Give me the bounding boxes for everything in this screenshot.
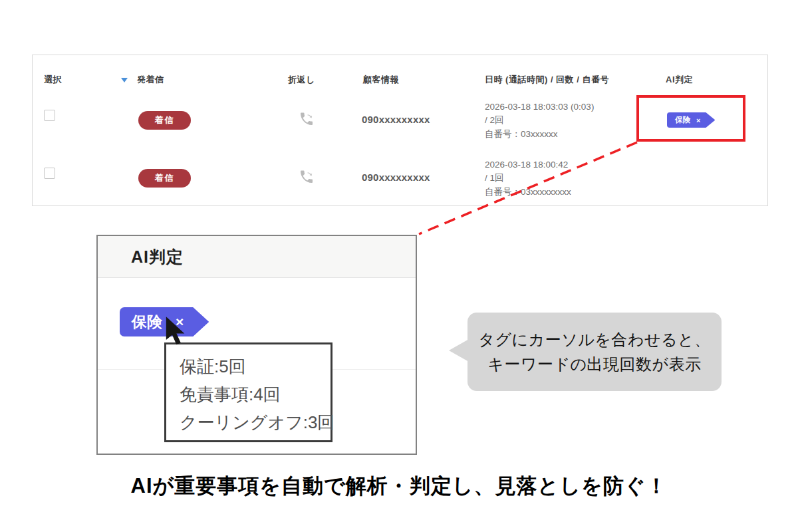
row1-checkbox[interactable]	[44, 110, 55, 121]
row2-incoming-badge: 着信	[138, 169, 191, 188]
call-log-table: 選択 発着信 折返し 顧客情報 日時 (通話時間) / 回数 / 自番号 AI判…	[32, 55, 768, 206]
row1-own-number: 自番号：03xxxxxx	[485, 128, 594, 141]
explanation-speech-bubble: タグにカーソルを合わせると、 キーワードの出現回数が表示	[467, 313, 722, 391]
row2-checkbox[interactable]	[44, 168, 55, 179]
callback-phone-icon[interactable]	[299, 111, 315, 127]
column-header-ai-judgment: AI判定	[666, 74, 693, 86]
row2-datetime-block: 2026-03-18 18:00:42 / 1回 自番号：03xxxxxxxxx	[485, 158, 571, 199]
row1-incoming-badge: 着信	[138, 111, 191, 130]
tooltip-line: クーリングオフ:3回	[180, 408, 331, 436]
tooltip-line: 免責事項:4回	[180, 380, 331, 408]
tag-remove-icon[interactable]: ×	[696, 116, 700, 124]
column-header-select: 選択	[44, 74, 62, 86]
row1-datetime-block: 2026-03-18 18:03:03 (0:03) / 2回 自番号：03xx…	[485, 100, 594, 141]
ai-judgment-zoom-panel: AI判定 保険 × 保証:5回 免責事項:4回 クーリングオフ:3回	[96, 235, 417, 455]
row1-call-count: / 2回	[485, 114, 594, 127]
row2-own-number: 自番号：03xxxxxxxxx	[485, 186, 571, 199]
sort-dropdown-icon[interactable]	[121, 78, 128, 82]
row1-customer-number[interactable]: 090xxxxxxxxx	[362, 114, 430, 125]
column-header-callback: 折返し	[288, 74, 315, 86]
column-header-datetime: 日時 (通話時間) / 回数 / 自番号	[485, 74, 609, 86]
keyword-count-tooltip: 保証:5回 免責事項:4回 クーリングオフ:3回	[164, 342, 332, 442]
mouse-cursor-icon	[165, 317, 194, 348]
column-header-customer: 顧客情報	[363, 74, 399, 86]
ai-tag-label: 保険	[675, 115, 690, 125]
row2-datetime: 2026-03-18 18:00:42	[485, 158, 571, 172]
ai-tag-label: 保険	[132, 312, 162, 332]
page-caption: AIが重要事項を自動で解析・判定し、見落としを防ぐ！	[0, 472, 798, 500]
column-header-direction: 発着信	[137, 74, 164, 86]
detail-panel-header: AI判定	[98, 236, 416, 278]
callback-phone-icon[interactable]	[299, 169, 315, 185]
tooltip-line: 保証:5回	[180, 352, 331, 380]
row1-ai-tag-insurance[interactable]: 保険 ×	[667, 112, 715, 128]
callout-line1: タグにカーソルを合わせると、	[478, 327, 710, 352]
callout-line2: キーワードの出現回数が表示	[487, 352, 701, 376]
row1-datetime: 2026-03-18 18:03:03 (0:03)	[485, 100, 594, 114]
row2-call-count: / 1回	[485, 172, 571, 185]
row2-customer-number[interactable]: 090xxxxxxxxx	[362, 172, 430, 183]
detail-header-label: AI判定	[131, 246, 184, 268]
